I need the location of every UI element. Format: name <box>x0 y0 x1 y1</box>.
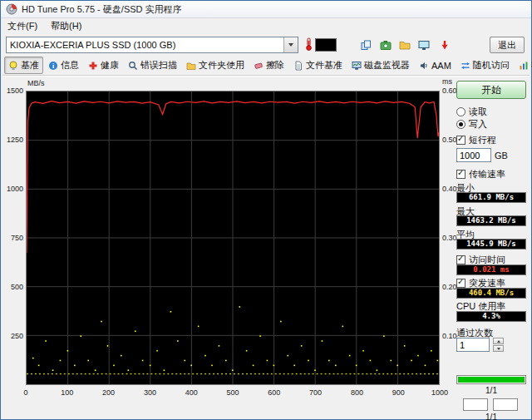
x-axis-tick: 700 <box>307 388 325 397</box>
tab-error-scan[interactable]: 错误扫描 <box>124 57 181 74</box>
tab-disk-monitor-label: 磁盘监视器 <box>364 59 410 72</box>
left-axis-tick: 1000 <box>4 185 23 193</box>
progress-text: 1/1 <box>456 386 526 395</box>
benchmark-icon <box>8 61 18 71</box>
read-label: 读取 <box>469 106 487 118</box>
pass-count-row <box>456 338 504 352</box>
tab-disk-monitor[interactable]: 磁盘监视器 <box>347 57 414 74</box>
result-page-box-1[interactable] <box>463 398 488 411</box>
update-button[interactable] <box>435 37 454 53</box>
menu-help[interactable]: 帮助(H) <box>44 18 88 34</box>
x-axis-tick: 300 <box>140 388 159 397</box>
x-axis-tick: 600 <box>265 388 283 397</box>
tab-benchmark[interactable]: 基准 <box>4 57 43 74</box>
benchmark-panel: 开始 读取 写入 短行程 GB 传输速率 最小 661.9 MB/s 最大 14… <box>455 77 530 420</box>
health-cross-icon <box>88 61 98 71</box>
capacity-unit-label: GB <box>495 151 508 161</box>
tab-file-benchmark-label: 文件基准 <box>306 59 342 72</box>
disk-monitor-tab-icon <box>352 61 362 71</box>
x-axis-tick: 1000 <box>431 388 449 397</box>
menu-file[interactable]: 文件(F) <box>1 18 44 34</box>
benchmark-chart: MB/s ms 1500125010007505002500.600.500.4… <box>4 77 458 403</box>
magnifier-icon <box>128 61 138 71</box>
tab-info-label: 信息 <box>61 59 79 72</box>
burst-rate-value: 460.4 MB/s <box>456 288 526 299</box>
tab-benchmark-label: 基准 <box>21 59 39 72</box>
copy-icon <box>361 40 372 51</box>
right-axis-unit: ms <box>442 77 452 86</box>
folder-icon <box>399 40 411 50</box>
tab-random-access[interactable]: 随机访问 <box>456 57 514 74</box>
left-axis-unit: MB/s <box>27 79 45 87</box>
result-page-boxes <box>463 398 518 411</box>
min-value: 661.9 MB/s <box>456 192 526 203</box>
speaker-icon <box>419 61 429 71</box>
read-option[interactable]: 读取 <box>456 106 487 118</box>
result-page-text: 1/1 <box>456 413 526 420</box>
tab-aam-label: AAM <box>431 61 451 71</box>
access-time-value: 0.021 ms <box>456 264 526 275</box>
write-label: 写入 <box>469 118 487 131</box>
exit-button[interactable]: 退出 <box>490 37 525 53</box>
cpu-usage-value: 4.3% <box>456 311 526 322</box>
capacity-input[interactable] <box>456 148 491 162</box>
transfer-rate-option[interactable]: 传输速率 <box>456 168 505 180</box>
spin-down-button[interactable] <box>493 345 504 352</box>
tab-error-scan-label: 错误扫描 <box>140 59 177 72</box>
copy-to-clipboard-button[interactable] <box>357 37 376 53</box>
tab-aam[interactable]: AAM <box>415 57 456 74</box>
x-axis-tick: 400 <box>182 388 200 397</box>
random-access-icon <box>461 61 470 71</box>
file-icon <box>293 61 303 71</box>
short-stroke-label: 短行程 <box>469 134 496 146</box>
tab-erase[interactable]: 擦除 <box>249 57 288 74</box>
avg-value: 1445.9 MB/s <box>456 239 526 250</box>
app-icon <box>6 3 17 15</box>
drive-selector[interactable]: KIOXIA-EXCERIA PLUS SSD (1000 GB) <box>6 37 298 53</box>
tab-random-access-label: 随机访问 <box>473 59 510 72</box>
plot-area <box>26 91 440 385</box>
screenshot-button[interactable] <box>376 37 395 53</box>
left-axis-tick: 500 <box>4 283 23 291</box>
burst-rate-checkbox[interactable] <box>456 279 466 288</box>
tab-health[interactable]: 健康 <box>84 57 123 74</box>
info-icon: i <box>48 61 58 71</box>
window-title: HD Tune Pro 5.75 - 硬盘/SSD 实用程序 <box>22 3 182 16</box>
short-stroke-checkbox[interactable] <box>456 136 466 145</box>
tab-info[interactable]: i 信息 <box>44 57 83 74</box>
x-axis-tick: 900 <box>389 388 407 397</box>
folder-usage-icon <box>186 61 196 71</box>
eraser-icon <box>254 61 264 71</box>
tab-folder-usage-label: 文件夹使用 <box>199 59 244 72</box>
pass-count-input[interactable] <box>456 338 490 352</box>
menu-bar: 文件(F) 帮助(H) <box>1 18 531 34</box>
disk-monitor-button[interactable] <box>414 37 433 53</box>
x-axis-tick: 500 <box>224 388 242 397</box>
tab-health-label: 健康 <box>101 59 119 72</box>
read-radio[interactable] <box>456 107 466 116</box>
write-radio[interactable] <box>456 120 466 129</box>
access-time-checkbox[interactable] <box>456 255 466 264</box>
left-axis-tick: 1250 <box>4 136 23 144</box>
tab-file-benchmark[interactable]: 文件基准 <box>289 57 347 74</box>
tab-extra-tests[interactable]: 额外测试 <box>515 57 532 74</box>
title-bar: HD Tune Pro 5.75 - 硬盘/SSD 实用程序 <box>1 1 531 18</box>
temperature-display <box>315 38 337 52</box>
x-axis-tick: 100 <box>58 388 76 397</box>
chevron-down-icon[interactable] <box>283 37 298 52</box>
tab-folder-usage[interactable]: 文件夹使用 <box>182 57 249 74</box>
spin-up-button[interactable] <box>493 338 504 344</box>
save-results-button[interactable] <box>395 37 414 53</box>
bar-chart-icon <box>519 61 529 71</box>
tab-bar: 基准 i 信息 健康 错误扫描 文件夹使用 擦除 文件基准 磁盘监视器 <box>4 56 528 75</box>
transfer-rate-checkbox[interactable] <box>456 170 466 179</box>
result-page-box-2[interactable] <box>493 398 518 411</box>
left-axis-tick: 750 <box>4 234 23 242</box>
monitor-icon <box>418 40 430 51</box>
write-option[interactable]: 写入 <box>456 118 487 131</box>
pass-count-stepper <box>493 338 504 352</box>
short-stroke-option[interactable]: 短行程 <box>456 134 496 146</box>
max-value: 1463.2 MB/s <box>456 215 526 226</box>
left-axis-tick: 250 <box>4 332 23 340</box>
start-button[interactable]: 开始 <box>456 81 526 99</box>
